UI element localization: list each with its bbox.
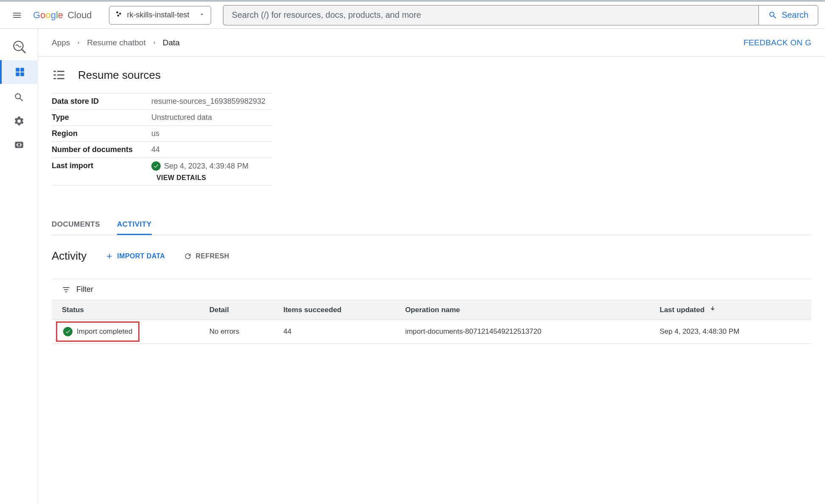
value-last-import: Sep 4, 2023, 4:39:48 PM — [164, 162, 248, 171]
filter-icon — [62, 285, 70, 294]
cell-status: Import completed — [77, 327, 132, 336]
col-operation-name[interactable]: Operation name — [399, 300, 653, 320]
label-data-store-id: Data store ID — [52, 97, 151, 106]
feedback-link[interactable]: FEEDBACK ON G — [744, 38, 811, 47]
sidebar-item-search[interactable] — [9, 87, 29, 108]
svg-point-1 — [119, 13, 121, 15]
cell-operation-name: import-documents-8071214549212513720 — [399, 320, 653, 344]
sidebar-item-data[interactable] — [0, 60, 38, 84]
activity-table: Status Detail Items succeeded Operation … — [52, 300, 811, 344]
cell-last-updated: Sep 4, 2023, 4:48:30 PM — [653, 320, 811, 344]
main-content: Apps Resume chatbot Data FEEDBACK ON G R… — [38, 29, 825, 504]
value-region: us — [151, 129, 272, 138]
sidebar-product-icon[interactable] — [9, 36, 29, 57]
hamburger-icon — [12, 10, 22, 20]
import-data-button[interactable]: IMPORT DATA — [105, 252, 165, 260]
data-store-icon — [14, 66, 25, 78]
search-icon — [14, 92, 25, 103]
svg-point-0 — [116, 11, 118, 14]
sidebar-item-integrations[interactable] — [9, 135, 29, 155]
col-last-updated-label: Last updated — [660, 306, 705, 314]
col-items-succeeded[interactable]: Items succeeded — [276, 300, 398, 320]
search-icon — [768, 11, 778, 20]
success-check-icon — [63, 327, 72, 336]
main-menu-button[interactable] — [7, 5, 27, 25]
code-icon — [14, 139, 25, 150]
left-sidebar — [0, 29, 38, 504]
refresh-button[interactable]: REFRESH — [184, 252, 229, 260]
project-picker[interactable]: rk-skills-install-test — [109, 6, 211, 25]
col-last-updated[interactable]: Last updated — [653, 300, 811, 320]
search-button[interactable]: Search — [758, 5, 818, 25]
project-name: rk-skills-install-test — [127, 11, 190, 19]
chevron-down-icon — [199, 11, 205, 19]
table-header-row: Status Detail Items succeeded Operation … — [52, 300, 811, 320]
value-num-docs: 44 — [151, 145, 272, 154]
gear-icon — [14, 116, 25, 127]
tab-activity[interactable]: ACTIVITY — [117, 215, 151, 235]
status-cell-highlight: Import completed — [56, 321, 139, 342]
value-type: Unstructured data — [151, 113, 272, 122]
top-bar: Google Cloud rk-skills-install-test Sear… — [0, 0, 825, 29]
view-details-button[interactable]: VIEW DETAILS — [156, 174, 272, 182]
google-cloud-logo[interactable]: Google Cloud — [33, 10, 92, 21]
cell-detail: No errors — [203, 320, 277, 344]
svg-rect-5 — [15, 141, 23, 148]
success-check-icon — [151, 161, 161, 171]
search-wrap: Search (/) for resources, docs, products… — [223, 5, 818, 25]
activity-heading: Activity — [52, 249, 86, 263]
tabs: DOCUMENTS ACTIVITY — [52, 215, 811, 235]
breadcrumb-app-name[interactable]: Resume chatbot — [87, 38, 145, 47]
chevron-right-icon — [76, 38, 81, 47]
col-detail[interactable]: Detail — [203, 300, 277, 320]
col-status[interactable]: Status — [52, 300, 203, 320]
data-store-details: Data store ID resume-sources_16938599829… — [52, 93, 272, 186]
breadcrumb: Apps Resume chatbot Data FEEDBACK ON G — [38, 29, 825, 57]
data-store-heading-icon — [52, 68, 66, 82]
value-data-store-id: resume-sources_1693859982932 — [151, 97, 272, 106]
label-region: Region — [52, 129, 151, 138]
refresh-icon — [184, 252, 192, 260]
chevron-right-icon — [152, 38, 157, 47]
table-row[interactable]: Import completed No errors 44 import-doc… — [52, 320, 811, 344]
search-placeholder: Search (/) for resources, docs, products… — [232, 10, 421, 20]
project-icon — [115, 10, 123, 20]
label-type: Type — [52, 113, 151, 122]
refresh-label: REFRESH — [195, 252, 229, 260]
search-input[interactable]: Search (/) for resources, docs, products… — [223, 5, 758, 25]
label-last-import: Last import — [52, 161, 151, 170]
filter-label: Filter — [76, 285, 93, 294]
breadcrumb-apps[interactable]: Apps — [52, 38, 70, 47]
svg-line-4 — [22, 49, 25, 53]
page-title: Resume sources — [78, 69, 161, 82]
tab-documents[interactable]: DOCUMENTS — [52, 215, 100, 235]
plus-icon — [105, 252, 114, 260]
filter-button[interactable]: Filter — [52, 279, 811, 300]
svg-point-2 — [117, 15, 119, 17]
import-data-label: IMPORT DATA — [117, 252, 165, 260]
sidebar-item-settings[interactable] — [9, 111, 29, 131]
cell-items-succeeded: 44 — [276, 320, 398, 344]
enterprise-search-icon — [11, 39, 27, 55]
breadcrumb-current: Data — [163, 38, 180, 47]
label-num-docs: Number of documents — [52, 145, 151, 154]
search-button-label: Search — [782, 10, 808, 20]
sort-desc-icon — [709, 306, 716, 314]
